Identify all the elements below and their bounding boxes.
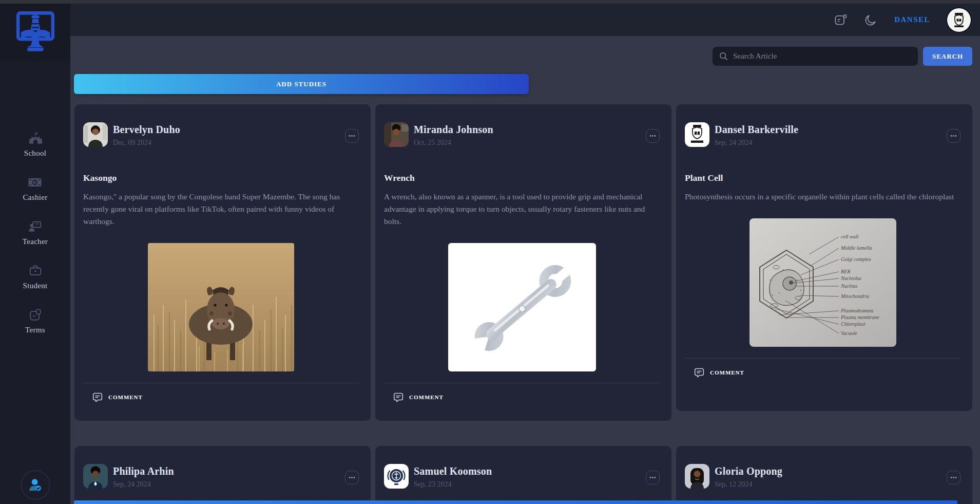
- sidebar-item-cashier[interactable]: Cashier: [23, 175, 48, 202]
- app-logo[interactable]: [0, 4, 70, 61]
- comment-button[interactable]: COMMENT: [92, 391, 359, 403]
- sidebar-item-school[interactable]: School: [24, 131, 46, 158]
- sidebar-item-label: School: [24, 149, 46, 158]
- sidebar-item-label: Student: [23, 282, 48, 290]
- card-divider: [685, 358, 960, 359]
- sidebar-item-teacher[interactable]: Teacher: [23, 219, 48, 246]
- diagram-label: Golgi complex: [841, 256, 871, 262]
- diagram-label: Plasma membrane: [840, 314, 879, 320]
- school-monitor-logo-icon: [11, 8, 60, 57]
- card-header: Samuel Koomson Sep, 23 2024: [384, 464, 660, 489]
- window-top-strip: [0, 0, 980, 4]
- post-options-button[interactable]: [345, 471, 359, 484]
- post-date: Dec, 09 2024: [113, 139, 180, 147]
- bottom-accent-bar: [74, 500, 957, 504]
- post-date: Sep, 24 2024: [715, 139, 798, 147]
- warthog-photo: [148, 243, 294, 371]
- post-body: Photosynthesis occurs in a specific orga…: [685, 191, 960, 203]
- comment-bubble-icon: [393, 391, 404, 403]
- avatar: [384, 122, 409, 147]
- author-name: Dansel Barkerville: [715, 124, 798, 136]
- article-search[interactable]: [713, 47, 918, 66]
- study-card: Miranda Johnson Oct, 25 2024 Wrench A wr…: [375, 104, 671, 421]
- post-options-button[interactable]: [646, 129, 660, 143]
- author-block: Samuel Koomson Sep, 23 2024: [414, 464, 492, 489]
- verified-user-button[interactable]: [21, 470, 50, 500]
- ellipsis-icon: [348, 474, 356, 481]
- comment-button[interactable]: COMMENT: [694, 367, 960, 378]
- briefcase-icon: [28, 264, 43, 278]
- ellipsis-icon: [950, 474, 957, 481]
- sidebar: School Cashier Teache: [0, 4, 70, 504]
- sidebar-item-terms[interactable]: Terms: [25, 308, 45, 334]
- ellipsis-icon: [950, 132, 957, 140]
- diagram-label: Nucleus: [840, 283, 857, 289]
- author-name: Philipa Arhin: [113, 465, 174, 477]
- profile-avatar[interactable]: [947, 8, 971, 32]
- card-header: Bervelyn Duho Dec, 09 2024: [83, 122, 359, 147]
- comment-bubble-icon: [694, 367, 705, 378]
- comment-label: COMMENT: [409, 394, 444, 400]
- sidebar-item-label: Teacher: [23, 237, 48, 246]
- user-check-icon: [27, 477, 44, 493]
- search-button[interactable]: SEARCH: [923, 47, 972, 66]
- top-header: DANSEL: [70, 4, 980, 36]
- author-block: Philipa Arhin Sep, 24 2024: [113, 464, 174, 489]
- diagram-label: Mitochondria: [840, 293, 869, 299]
- diagram-label: Plasmodesmata: [840, 308, 873, 313]
- ellipsis-icon: [649, 132, 657, 140]
- sidebar-nav: School Cashier Teache: [0, 131, 70, 334]
- post-options-button[interactable]: [947, 471, 960, 484]
- comment-bubble-icon: [92, 391, 103, 403]
- post-options-button[interactable]: [947, 129, 960, 143]
- author-photo-icon: [83, 122, 108, 147]
- study-card: Samuel Koomson Sep, 23 2024: [375, 446, 671, 504]
- author-name: Gloria Oppong: [715, 465, 782, 477]
- card-header: Philipa Arhin Sep, 24 2024: [83, 464, 359, 489]
- diagram-label: Chloroplast: [841, 321, 866, 327]
- author-name: Bervelyn Duho: [113, 124, 180, 136]
- search-input[interactable]: [733, 52, 912, 61]
- castle-icon: [28, 131, 43, 145]
- post-date: Oct, 25 2024: [414, 139, 493, 147]
- add-studies-button[interactable]: ADD STUDIES: [74, 74, 529, 94]
- post-title: Kasongo: [83, 173, 359, 183]
- author-photo-icon: [685, 464, 709, 489]
- comment-label: COMMENT: [710, 369, 744, 376]
- post-body: A wrench, also known as a spanner, is a …: [384, 191, 660, 228]
- comment-button[interactable]: COMMENT: [393, 391, 660, 403]
- author-name: Miranda Johnson: [414, 124, 493, 136]
- post-options-button[interactable]: [345, 129, 359, 143]
- school-crest-avatar-icon: [384, 464, 409, 489]
- diagram-label: cell wall: [841, 234, 858, 239]
- school-crest-avatar-icon: [685, 122, 709, 147]
- avatar: [83, 122, 108, 147]
- avatar: [83, 464, 108, 489]
- diagram-label: RER: [840, 269, 850, 274]
- search-icon: [719, 51, 728, 61]
- avatar: [685, 122, 709, 147]
- card-divider: [83, 383, 359, 383]
- post-options-button[interactable]: [646, 471, 660, 484]
- money-icon: [28, 175, 42, 190]
- app-window: School Cashier Teache: [0, 0, 980, 504]
- diagram-label: Nucleolus: [840, 275, 861, 281]
- post-date: Sep, 24 2024: [113, 480, 174, 489]
- messages-notification-icon[interactable]: [834, 13, 847, 27]
- card-header: Miranda Johnson Oct, 25 2024: [384, 122, 660, 147]
- author-photo-icon: [384, 122, 409, 147]
- author-block: Gloria Oppong Sep, 12 2024: [715, 464, 782, 489]
- post-title: Wrench: [384, 173, 660, 183]
- wrench-photo: [448, 243, 596, 371]
- study-card: Gloria Oppong Sep, 12 2024: [676, 446, 972, 504]
- sidebar-item-student[interactable]: Student: [23, 264, 48, 290]
- ellipsis-icon: [348, 132, 356, 140]
- study-card: Dansel Barkerville Sep, 24 2024 Plant Ce…: [676, 104, 972, 411]
- study-card: Philipa Arhin Sep, 24 2024: [74, 446, 371, 504]
- author-block: Bervelyn Duho Dec, 09 2024: [113, 122, 180, 147]
- card-divider: [384, 383, 660, 383]
- author-block: Dansel Barkerville Sep, 24 2024: [715, 122, 798, 147]
- school-crest-icon: [950, 11, 968, 29]
- logged-in-user-name[interactable]: DANSEL: [894, 15, 930, 24]
- dark-mode-moon-icon[interactable]: [864, 13, 877, 27]
